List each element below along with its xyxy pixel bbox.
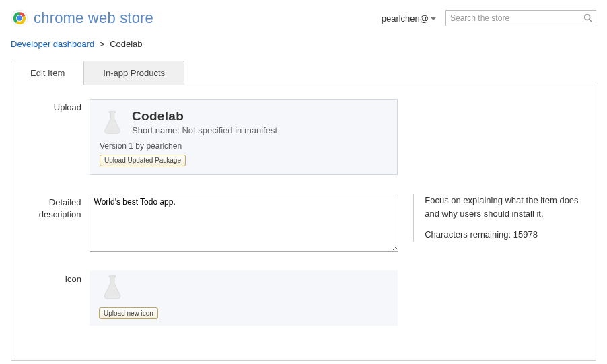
flask-icon	[100, 109, 125, 136]
short-name-label: Short name:	[132, 125, 180, 135]
user-email: pearlchen@	[382, 13, 429, 24]
description-textarea[interactable]	[90, 194, 399, 252]
caret-down-icon	[431, 17, 436, 20]
breadcrumb-dashboard-link[interactable]: Developer dashboard	[11, 39, 94, 49]
chrome-logo-icon	[11, 9, 28, 27]
svg-point-3	[585, 15, 590, 20]
svg-line-4	[590, 20, 592, 22]
version-line: Version 1 by pearlchen	[100, 141, 388, 151]
store-logo[interactable]: chrome web store	[11, 9, 153, 27]
icon-label: Icon	[22, 270, 90, 285]
user-menu[interactable]: pearlchen@	[382, 13, 436, 24]
store-logo-text: chrome web store	[34, 9, 153, 27]
short-name-value: Not specified in manifest	[182, 125, 277, 135]
upload-label: Upload	[22, 99, 90, 114]
flask-icon	[99, 273, 126, 301]
upload-box: Codelab Short name: Not specified in man…	[90, 99, 398, 175]
app-short-name: Short name: Not specified in manifest	[132, 125, 277, 135]
search-wrap	[445, 10, 596, 26]
breadcrumb-current: Codelab	[110, 39, 142, 49]
breadcrumb-separator: >	[100, 39, 105, 49]
upload-new-icon-button[interactable]: Upload new icon	[99, 307, 158, 319]
description-help-text: Focus on explaining what the item does a…	[425, 194, 585, 220]
description-label: Detailed description	[22, 194, 90, 221]
search-input[interactable]	[445, 10, 596, 26]
search-icon[interactable]	[583, 13, 593, 23]
breadcrumb: Developer dashboard > Codelab	[0, 34, 607, 60]
tab-edit-item[interactable]: Edit Item	[11, 61, 84, 85]
upload-updated-package-button[interactable]: Upload Updated Package	[100, 155, 186, 166]
tab-in-app-products[interactable]: In-app Products	[83, 61, 184, 85]
tabs: Edit Item In-app Products	[11, 60, 596, 85]
edit-item-panel: Upload Codelab Short name: Not specified…	[11, 85, 596, 361]
chars-remaining-value: 15978	[513, 229, 538, 240]
chars-remaining: Characters remaining: 15978	[425, 228, 585, 242]
app-title: Codelab	[132, 109, 277, 124]
icon-box: Upload new icon	[90, 270, 398, 326]
description-help: Focus on explaining what the item does a…	[413, 194, 585, 242]
chars-remaining-label: Characters remaining:	[425, 229, 511, 240]
